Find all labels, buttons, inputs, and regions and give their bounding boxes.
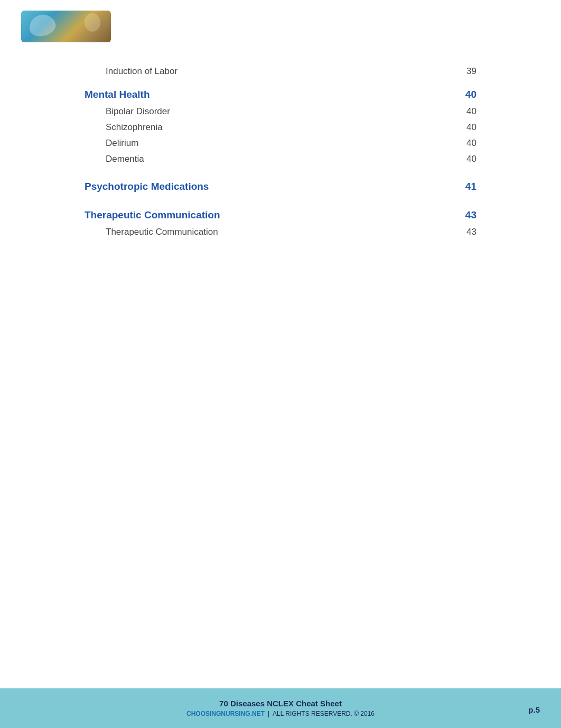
toc-entry-bipolar-disorder: Bipolar Disorder 40 (85, 104, 476, 119)
page-number: p.5 (528, 705, 540, 714)
toc-section-title-mental-health: Mental Health (85, 89, 150, 100)
toc-entry-title-bipolar-disorder: Bipolar Disorder (85, 106, 170, 117)
toc-entry-title-delirium: Delirium (85, 138, 138, 149)
toc-section-page-therapeutic-communication: 43 (461, 209, 476, 221)
toc-entry-page-induction-of-labor: 39 (461, 66, 476, 77)
toc-entry-page-delirium: 40 (461, 138, 476, 149)
logo-area (21, 11, 116, 48)
footer-link[interactable]: CHOOSINGNURSING.NET (186, 710, 265, 717)
toc-entry-induction-of-labor: Induction of Labor 39 (85, 63, 476, 79)
logo-image (21, 11, 111, 42)
toc-section-page-mental-health: 40 (461, 89, 476, 100)
toc-section-page-psychotropic-medications: 41 (461, 181, 476, 192)
toc-entry-therapeutic-communication-sub: Therapeutic Communication 43 (85, 224, 476, 240)
footer: 70 Diseases NCLEX Cheat Sheet CHOOSINGNU… (0, 688, 561, 728)
footer-title: 70 Diseases NCLEX Cheat Sheet (219, 699, 342, 708)
toc-section-psychotropic-medications: Psychotropic Medications 41 (85, 176, 476, 196)
toc-section-title-psychotropic-medications: Psychotropic Medications (85, 181, 209, 192)
toc-entry-schizophrenia: Schizophrenia 40 (85, 119, 476, 135)
footer-separator: | (268, 710, 269, 717)
toc-section-title-therapeutic-communication: Therapeutic Communication (85, 209, 220, 221)
toc-content: Induction of Labor 39 Mental Health 40 B… (85, 63, 476, 240)
toc-entry-title-therapeutic-communication-sub: Therapeutic Communication (85, 227, 218, 237)
toc-entry-page-dementia: 40 (461, 154, 476, 164)
toc-section-mental-health: Mental Health 40 (85, 84, 476, 104)
page-container: Induction of Labor 39 Mental Health 40 B… (0, 0, 561, 728)
toc-entry-page-schizophrenia: 40 (461, 122, 476, 133)
toc-entry-page-bipolar-disorder: 40 (461, 106, 476, 117)
footer-copyright: ALL RIGHTS RESERVERD. © 2016 (273, 710, 375, 717)
toc-entry-delirium: Delirium 40 (85, 135, 476, 151)
toc-entry-page-therapeutic-communication-sub: 43 (461, 227, 476, 237)
toc-entry-title-induction-of-labor: Induction of Labor (85, 66, 177, 77)
toc-entry-title-schizophrenia: Schizophrenia (85, 122, 163, 133)
toc-entry-title-dementia: Dementia (85, 154, 144, 164)
footer-bottom: CHOOSINGNURSING.NET | ALL RIGHTS RESERVE… (186, 710, 375, 717)
toc-section-therapeutic-communication: Therapeutic Communication 43 (85, 204, 476, 224)
toc-entry-dementia: Dementia 40 (85, 151, 476, 167)
